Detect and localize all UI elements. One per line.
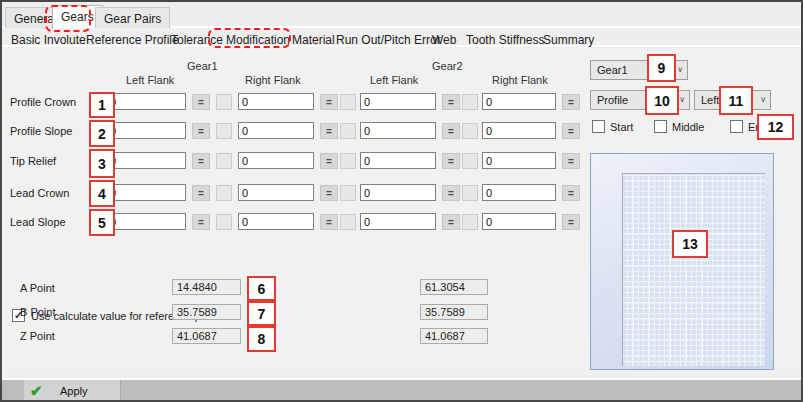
equals-button[interactable]: = [442,185,460,201]
row-label: Profile Slope [10,125,72,137]
apply-button[interactable]: ✔ Apply [24,380,121,402]
profile-slope-gear2-right-input[interactable] [482,122,556,139]
start-checkbox[interactable]: Start [592,120,633,133]
callout-10: 10 [645,86,679,115]
tab-basic-involute[interactable]: Basic Involute [7,32,90,48]
z-point-gear1-field [172,328,241,344]
row-label: Lead Crown [10,187,69,199]
equals-button[interactable]: = [562,94,580,110]
link-box[interactable] [216,185,232,201]
equals-button[interactable]: = [320,153,338,169]
gear1-left-flank-header: Left Flank [126,74,174,86]
link-box[interactable] [216,214,232,230]
tab-tooth-stiffness[interactable]: Tooth Stiffness [462,32,549,48]
profile-crown-gear2-right-input[interactable] [482,93,556,110]
profile-slope-gear2-left-input[interactable] [360,122,436,139]
link-box[interactable] [340,185,356,201]
checkbox-empty-icon[interactable] [654,120,667,133]
link-box[interactable] [462,214,478,230]
z-point-label: Z Point [20,330,55,342]
lead-slope-gear2-left-input[interactable] [360,213,436,230]
gear1-right-flank-header: Right Flank [245,74,301,86]
equals-button[interactable]: = [442,94,460,110]
equals-button[interactable]: = [192,94,210,110]
bottom-toolbar: ✔ Apply [2,378,801,401]
a-point-gear2-field [420,279,488,295]
callout-2: 2 [89,120,115,147]
lead-crown-gear1-left-input[interactable] [106,184,186,201]
equals-button[interactable]: = [192,214,210,230]
link-box[interactable] [340,94,356,110]
callout-13: 13 [672,230,708,258]
lead-slope-gear1-left-input[interactable] [106,213,186,230]
profile-crown-gear2-left-input[interactable] [360,93,436,110]
callout-6: 6 [247,276,276,301]
equals-button[interactable]: = [320,214,338,230]
profile-crown-gear1-left-input[interactable] [106,93,186,110]
link-box[interactable] [340,214,356,230]
modification-type-value: Profile [597,94,628,106]
flank-select-value: Left [701,94,719,106]
callout-12: 12 [757,114,794,140]
equals-button[interactable]: = [562,214,580,230]
equals-button[interactable]: = [562,153,580,169]
lead-crown-gear2-right-input[interactable] [482,184,556,201]
middle-checkbox[interactable]: Middle [654,120,704,133]
link-box[interactable] [462,153,478,169]
a-point-gear1-field [172,279,241,295]
checkbox-empty-icon[interactable] [730,120,743,133]
equals-button[interactable]: = [192,185,210,201]
tab-web[interactable]: Web [428,32,460,48]
link-box[interactable] [340,153,356,169]
callout-3: 3 [89,149,115,178]
lead-crown-gear2-left-input[interactable] [360,184,436,201]
tip-relief-gear1-left-input[interactable] [106,152,186,169]
tab-modification[interactable]: Modification [222,32,294,48]
lead-slope-gear1-right-input[interactable] [238,213,314,230]
gear1-header: Gear1 [187,60,218,72]
callout-7: 7 [247,301,276,326]
callout-5: 5 [89,209,115,236]
modification-preview-chart [590,153,774,370]
profile-crown-gear1-right-input[interactable] [238,93,314,110]
equals-button[interactable]: = [442,123,460,139]
equals-button[interactable]: = [320,185,338,201]
b-point-gear1-field [172,304,241,320]
row-label: Lead Slope [10,216,66,228]
equals-button[interactable]: = [442,214,460,230]
z-point-gear2-field [420,328,488,344]
a-point-label: A Point [20,282,55,294]
equals-button[interactable]: = [320,123,338,139]
equals-button[interactable]: = [562,185,580,201]
lead-slope-gear2-right-input[interactable] [482,213,556,230]
tip-relief-gear2-right-input[interactable] [482,152,556,169]
link-box[interactable] [340,123,356,139]
equals-button[interactable]: = [192,153,210,169]
tip-relief-gear2-left-input[interactable] [360,152,436,169]
tab-tolerance[interactable]: Tolerance [167,32,227,48]
link-box[interactable] [216,153,232,169]
equals-button[interactable]: = [320,94,338,110]
link-box[interactable] [462,185,478,201]
middle-label: Middle [672,121,704,133]
checkbox-empty-icon[interactable] [592,120,605,133]
tab-gear-pairs[interactable]: Gear Pairs [95,7,170,28]
chevron-down-icon: ∨ [760,95,766,104]
profile-slope-gear1-right-input[interactable] [238,122,314,139]
link-box[interactable] [462,94,478,110]
b-point-label: B Point [20,306,55,318]
tab-summary[interactable]: Summary [539,32,598,48]
link-box[interactable] [462,123,478,139]
lead-crown-gear1-right-input[interactable] [238,184,314,201]
link-box[interactable] [216,94,232,110]
profile-slope-gear1-left-input[interactable] [106,122,186,139]
chevron-down-icon: ∨ [679,95,685,104]
equals-button[interactable]: = [562,123,580,139]
link-box[interactable] [216,123,232,139]
callout-1: 1 [89,92,115,118]
tip-relief-gear1-right-input[interactable] [238,152,314,169]
equals-button[interactable]: = [192,123,210,139]
start-label: Start [610,121,633,133]
gear2-left-flank-header: Left Flank [370,74,418,86]
equals-button[interactable]: = [442,153,460,169]
